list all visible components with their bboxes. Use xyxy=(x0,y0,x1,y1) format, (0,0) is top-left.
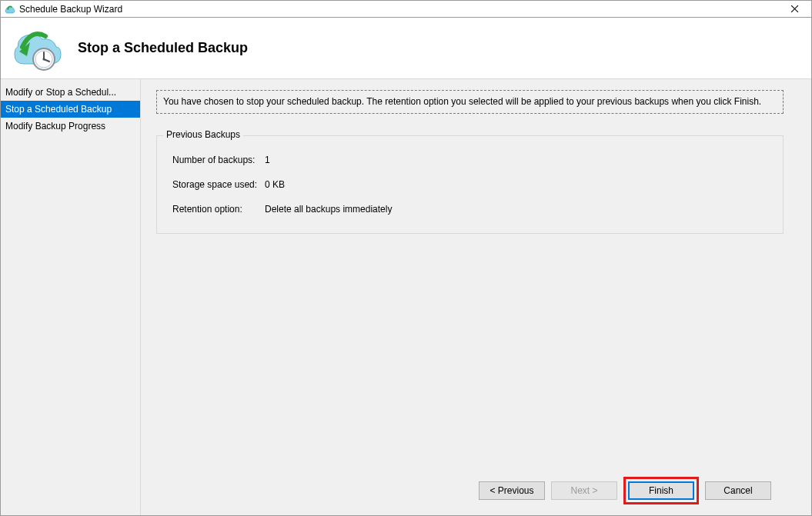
label-number-of-backups: Number of backups: xyxy=(172,155,265,165)
row-retention-option: Retention option: Delete all backups imm… xyxy=(172,204,772,215)
titlebar: Schedule Backup Wizard xyxy=(1,1,811,18)
previous-backups-group: Previous Backups Number of backups: 1 St… xyxy=(156,135,784,234)
wizard-header: Stop a Scheduled Backup xyxy=(1,18,811,79)
wizard-header-icon xyxy=(8,25,62,72)
label-retention-option: Retention option: xyxy=(172,204,265,215)
value-number-of-backups: 1 xyxy=(265,155,270,165)
info-message: You have chosen to stop your scheduled b… xyxy=(156,90,784,114)
wizard-buttons: < Previous Next > Finish Cancel xyxy=(156,468,784,515)
value-storage-used: 0 KB xyxy=(265,179,285,190)
steps-sidebar: Modify or Stop a Schedul... Stop a Sched… xyxy=(1,79,141,515)
label-storage-used: Storage space used: xyxy=(172,179,265,190)
cancel-button[interactable]: Cancel xyxy=(705,481,771,500)
wizard-main: You have chosen to stop your scheduled b… xyxy=(141,79,811,515)
sidebar-step-modify-progress[interactable]: Modify Backup Progress xyxy=(1,118,140,135)
next-button: Next > xyxy=(551,481,617,500)
close-icon xyxy=(790,3,799,15)
row-storage-used: Storage space used: 0 KB xyxy=(172,179,772,190)
sidebar-item-label: Stop a Scheduled Backup xyxy=(5,104,112,115)
finish-highlight: Finish xyxy=(623,477,699,504)
finish-button[interactable]: Finish xyxy=(628,481,694,500)
sidebar-item-label: Modify Backup Progress xyxy=(5,121,105,131)
row-number-of-backups: Number of backups: 1 xyxy=(172,155,772,165)
spacer xyxy=(156,234,784,468)
close-button[interactable] xyxy=(777,1,811,17)
wizard-body: Modify or Stop a Schedul... Stop a Sched… xyxy=(1,79,811,515)
previous-button[interactable]: < Previous xyxy=(479,481,545,500)
window-title: Schedule Backup Wizard xyxy=(19,4,122,15)
sidebar-step-modify-or-stop[interactable]: Modify or Stop a Schedul... xyxy=(1,84,140,101)
page-title: Stop a Scheduled Backup xyxy=(78,40,248,56)
groupbox-legend: Previous Backups xyxy=(163,129,243,140)
sidebar-step-stop-scheduled[interactable]: Stop a Scheduled Backup xyxy=(1,101,140,118)
wizard-window: Schedule Backup Wizard Stop a xyxy=(0,0,812,516)
value-retention-option: Delete all backups immediately xyxy=(265,204,392,215)
svg-point-8 xyxy=(42,58,45,60)
sidebar-item-label: Modify or Stop a Schedul... xyxy=(5,87,116,98)
app-icon xyxy=(4,3,16,15)
